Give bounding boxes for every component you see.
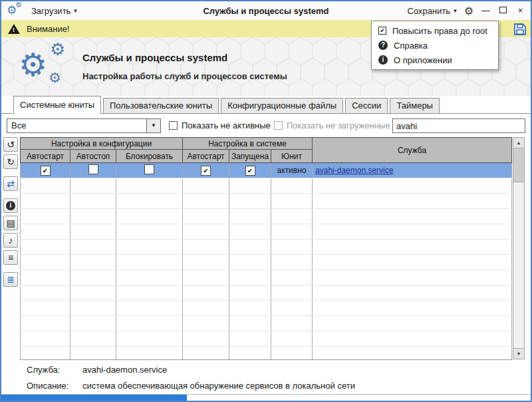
table-row-empty: [21, 178, 512, 194]
help-icon: ?: [378, 41, 388, 50]
table-row-empty: [21, 331, 512, 347]
vertical-scrollbar[interactable]: ▲ ▼: [513, 137, 525, 359]
description-label: Описание:: [27, 381, 82, 391]
show-inactive-checkbox[interactable]: Показать не активные: [169, 120, 271, 130]
tab-system-units[interactable]: Системные юниты: [13, 96, 101, 114]
gear-icon: ⚙: [19, 48, 47, 83]
table-row-empty: [21, 301, 512, 316]
table-body: ✔ ✔ ✔ активно avahi-daemon.service: [21, 163, 512, 361]
table-row-empty: [21, 209, 512, 224]
combobox-value: Все: [11, 119, 26, 132]
tab-bar: Системные юниты Пользовательские юниты К…: [1, 96, 531, 114]
load-label: Загрузить: [31, 6, 70, 16]
gear-icon: ⚙: [49, 71, 61, 85]
scroll-up-button[interactable]: ▲: [513, 138, 524, 148]
tab-user-units[interactable]: Пользовательские юниты: [103, 98, 219, 113]
column-header-service: Служба: [313, 138, 512, 163]
header-text: Службы и процессы systemd Настройка рабо…: [82, 52, 287, 81]
menu-item-elevate-root[interactable]: ✔ Повысить права до root: [372, 23, 498, 38]
journal-button[interactable]: ♪: [3, 233, 18, 248]
services-table-container: Настройка в конфигурации Настройка в сис…: [20, 137, 512, 360]
save-label: Сохранить: [408, 6, 451, 16]
show-unloaded-checkbox[interactable]: Показать не загруженные: [274, 120, 390, 130]
search-input[interactable]: [392, 118, 525, 133]
app-logo-gears: ⚙ ⚙ ⚙: [19, 41, 85, 95]
settings-gear-button[interactable]: ⚙: [464, 5, 473, 17]
save-menu-button[interactable]: Сохранить ▾: [408, 6, 457, 16]
info-icon: i: [6, 201, 15, 210]
checkbox-icon: [169, 121, 178, 130]
load-menu-button[interactable]: Загрузить ▾: [31, 6, 77, 16]
menu-item-label: Справка: [394, 41, 428, 51]
details-panel: Служба: avahi-daemon.service Описание: с…: [27, 365, 355, 397]
menu-item-about[interactable]: i О приложении: [372, 53, 498, 67]
floppy-disk-icon: [513, 22, 527, 37]
settings-dropdown-menu: ✔ Повысить права до root ? Справка i О п…: [371, 21, 499, 70]
app-window: ⚙ ⚙ Загрузить ▾ Службы и процессы system…: [0, 0, 532, 402]
service-value: avahi-daemon.service: [82, 365, 167, 375]
checkbox-icon: [274, 121, 283, 130]
table-row-empty: [21, 240, 512, 255]
file-button[interactable]: ▤: [3, 216, 18, 230]
service-link[interactable]: avahi-daemon.service: [315, 166, 393, 175]
checkbox-autostart-system[interactable]: ✔: [201, 166, 211, 176]
column-header-running: Запущена: [229, 150, 271, 163]
combobox-dropdown-button[interactable]: ▼: [146, 119, 160, 132]
checked-checkbox-icon: ✔: [378, 27, 386, 35]
group-header-config: Настройка в конфигурации: [21, 138, 183, 150]
column-header-unit: Юнит: [271, 150, 313, 163]
checkbox-autostart-config[interactable]: ✔: [41, 166, 51, 176]
titlebar-left: ⚙ ⚙ Загрузить ▾: [7, 3, 77, 19]
checkbox-running[interactable]: ✔: [245, 166, 255, 176]
table-row-empty: [21, 316, 512, 331]
titlebar: ⚙ ⚙ Загрузить ▾ Службы и процессы system…: [1, 1, 531, 21]
table-row-empty: [21, 347, 512, 361]
about-icon: i: [378, 55, 388, 65]
list-button[interactable]: ≣: [3, 272, 18, 287]
progress-bar: [1, 394, 531, 401]
sync-button[interactable]: ⇄: [3, 176, 18, 191]
service-label: Служба:: [27, 365, 82, 375]
tab-timers[interactable]: Таймеры: [390, 98, 440, 113]
log-button[interactable]: ≡: [3, 250, 18, 265]
scrollbar-thumb[interactable]: [513, 148, 524, 182]
table-row-selected[interactable]: ✔ ✔ ✔ активно avahi-daemon.service: [21, 163, 512, 178]
table-row-empty: [21, 224, 512, 240]
history-button[interactable]: ↺: [3, 137, 18, 152]
tab-sessions[interactable]: Сессии: [345, 98, 388, 113]
refresh-button[interactable]: ↻: [3, 154, 18, 169]
tab-config-files[interactable]: Конфигурационные файлы: [221, 98, 343, 113]
unit-filter-combobox[interactable]: Все ▼: [7, 118, 161, 133]
minimize-button[interactable]: —: [481, 3, 491, 19]
close-button[interactable]: ×: [515, 3, 525, 19]
show-inactive-label: Показать не активные: [182, 120, 271, 130]
gear-small-icon: ⚙: [15, 1, 22, 9]
column-header-autostart-system: Автостарт: [183, 150, 229, 163]
save-file-button[interactable]: [513, 22, 527, 39]
warning-icon: !: [8, 24, 20, 34]
column-header-block: Блокировать: [116, 150, 183, 163]
info-button[interactable]: i: [3, 198, 18, 213]
chevron-down-icon: ▾: [74, 7, 77, 14]
app-icon: ⚙ ⚙: [7, 3, 24, 19]
table-row-empty: [21, 270, 512, 286]
titlebar-right: Сохранить ▾ ⚙ — ×: [408, 3, 525, 19]
maximize-button[interactable]: [498, 3, 508, 19]
menu-item-label: Повысить права до root: [392, 26, 487, 36]
scroll-down-button[interactable]: ▼: [513, 348, 524, 359]
maximize-icon: [499, 7, 507, 13]
left-toolbar: ↺ ↻ ⇄ i ▤ ♪ ≡ ≣: [3, 137, 19, 290]
menu-item-label: О приложении: [394, 55, 452, 65]
services-table: Настройка в конфигурации Настройка в сис…: [20, 137, 512, 360]
table-row-empty: [21, 286, 512, 301]
unit-state-cell: активно: [271, 163, 313, 178]
warning-text: Внимание!: [27, 24, 70, 34]
gear-icon: ⚙: [50, 40, 65, 59]
show-unloaded-label: Показать не загруженные: [287, 120, 390, 130]
menu-item-help[interactable]: ? Справка: [372, 38, 498, 53]
checkbox-block[interactable]: [144, 164, 154, 174]
column-header-autostart-config: Автостарт: [21, 150, 70, 163]
checkbox-autostop[interactable]: [88, 164, 98, 174]
page-subtitle: Настройка работы служб и процессов систе…: [82, 71, 287, 81]
progress-fill: [1, 395, 187, 401]
